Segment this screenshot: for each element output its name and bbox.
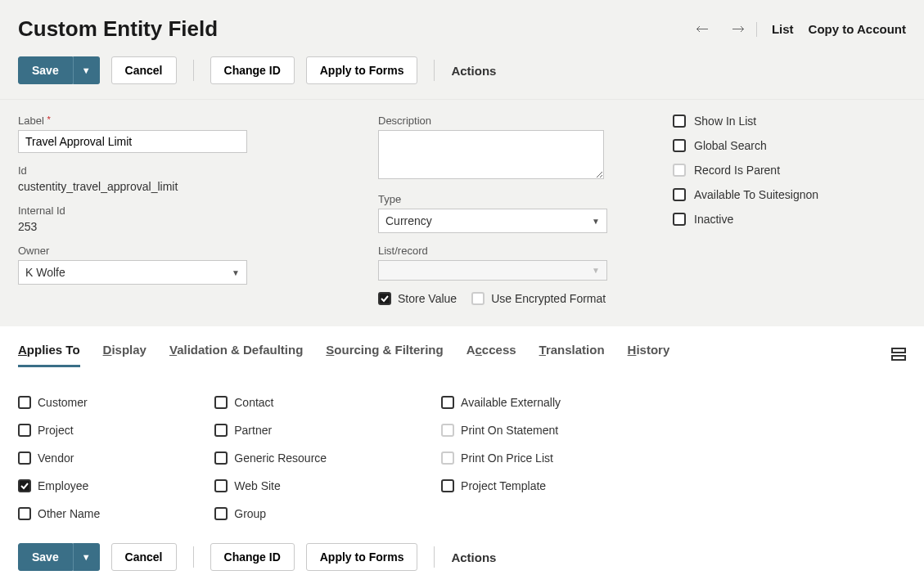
listrecord-label: List/record <box>378 245 624 257</box>
divider <box>193 60 194 81</box>
divider <box>193 546 194 568</box>
show-in-list-checkbox[interactable] <box>673 115 686 128</box>
vendor-checkbox[interactable] <box>18 451 31 465</box>
listrecord-select: ▼ <box>378 260 607 281</box>
web-site-checkbox[interactable] <box>214 479 228 492</box>
description-textarea[interactable] <box>378 130 604 179</box>
copy-to-account-link[interactable]: Copy to Account <box>809 22 906 36</box>
save-button[interactable]: Save <box>18 56 73 84</box>
top-button-row: Save ▼ Cancel Change ID Apply to Forms A… <box>18 56 906 84</box>
type-label: Type <box>378 193 624 205</box>
change-id-button-bottom[interactable]: Change ID <box>210 543 295 571</box>
global-search-checkbox[interactable] <box>673 139 686 152</box>
group-checkbox[interactable] <box>214 507 228 520</box>
print-on-price-list-checkbox <box>441 451 454 465</box>
divider <box>434 546 435 568</box>
cancel-button[interactable]: Cancel <box>111 56 177 84</box>
form-body: Label * Id custentity_travel_approval_li… <box>0 100 924 326</box>
contact-checkbox[interactable] <box>214 396 228 409</box>
apply-to-forms-button[interactable]: Apply to Forms <box>306 56 418 84</box>
chevron-down-icon: ▼ <box>592 266 600 275</box>
next-record-icon[interactable]: 🡒 <box>732 22 745 37</box>
description-label: Description <box>378 115 624 127</box>
tab-history[interactable]: History <box>628 343 670 367</box>
id-value: custentity_travel_approval_limit <box>18 180 329 193</box>
save-button-bottom[interactable]: Save <box>18 543 73 571</box>
page-title: Custom Entity Field <box>18 16 218 42</box>
svg-rect-0 <box>892 348 905 353</box>
use-encrypted-label: Use Encrypted Format <box>491 292 606 305</box>
internal-id-value: 253 <box>18 220 329 233</box>
owner-select[interactable]: K Wolfe ▼ <box>18 260 247 285</box>
tabs-section: Applies To Display Validation & Defaulti… <box>0 326 924 376</box>
other-name-checkbox[interactable] <box>18 507 31 520</box>
record-is-parent-checkbox <box>673 164 686 177</box>
tab-validation[interactable]: Validation & Defaulting <box>169 343 303 367</box>
use-encrypted-checkbox <box>471 292 485 305</box>
id-field-label: Id <box>18 164 329 177</box>
svg-rect-1 <box>892 356 905 360</box>
print-on-statement-checkbox <box>441 424 454 437</box>
inactive-label: Inactive <box>694 213 733 226</box>
generic-resource-checkbox[interactable] <box>214 451 228 465</box>
tab-access[interactable]: Acccess <box>467 343 516 367</box>
tab-display[interactable]: Display <box>103 343 146 367</box>
store-value-label: Store Value <box>398 292 457 305</box>
save-dropdown[interactable]: ▼ <box>73 56 100 84</box>
type-select[interactable]: Currency ▼ <box>378 209 607 233</box>
save-dropdown-bottom[interactable]: ▼ <box>73 543 100 571</box>
available-suitesignon-label: Available To Suitesignon <box>694 188 818 201</box>
owner-label: Owner <box>18 245 329 257</box>
layout-toggle-icon[interactable] <box>891 347 906 364</box>
divider <box>434 60 435 81</box>
apply-to-forms-button-bottom[interactable]: Apply to Forms <box>306 543 418 571</box>
record-nav: 🡐 🡒 <box>696 22 757 37</box>
list-link[interactable]: List <box>772 22 794 36</box>
change-id-button[interactable]: Change ID <box>210 56 295 84</box>
actions-menu-bottom[interactable]: Actions <box>451 550 496 564</box>
record-is-parent-label: Record Is Parent <box>694 164 780 177</box>
partner-checkbox[interactable] <box>214 424 228 437</box>
bottom-button-row: Save ▼ Cancel Change ID Apply to Forms A… <box>0 528 924 575</box>
chevron-down-icon: ▼ <box>232 268 240 277</box>
internal-id-label: Internal Id <box>18 204 329 217</box>
available-externally-checkbox[interactable] <box>441 396 454 409</box>
page-header: Custom Entity Field 🡐 🡒 List Copy to Acc… <box>0 0 924 100</box>
available-suitesignon-checkbox[interactable] <box>673 188 686 201</box>
tab-sourcing[interactable]: Sourcing & Filtering <box>326 343 443 367</box>
inactive-checkbox[interactable] <box>673 213 686 226</box>
project-checkbox[interactable] <box>18 424 31 437</box>
cancel-button-bottom[interactable]: Cancel <box>111 543 177 571</box>
project-template-checkbox[interactable] <box>441 479 454 492</box>
employee-checkbox[interactable] <box>18 479 31 492</box>
global-search-label: Global Search <box>694 139 767 152</box>
label-input[interactable] <box>18 130 247 153</box>
label-field-label: Label * <box>18 115 329 127</box>
tab-translation[interactable]: Translation <box>539 343 605 367</box>
prev-record-icon[interactable]: 🡐 <box>696 22 709 37</box>
applies-to-panel: Customer Project Vendor Employee Other N… <box>0 376 924 528</box>
actions-menu[interactable]: Actions <box>451 64 496 78</box>
chevron-down-icon: ▼ <box>592 217 600 226</box>
customer-checkbox[interactable] <box>18 396 31 409</box>
show-in-list-label: Show In List <box>694 115 756 128</box>
store-value-checkbox[interactable] <box>378 292 391 305</box>
tab-applies-to[interactable]: Applies To <box>18 343 80 367</box>
